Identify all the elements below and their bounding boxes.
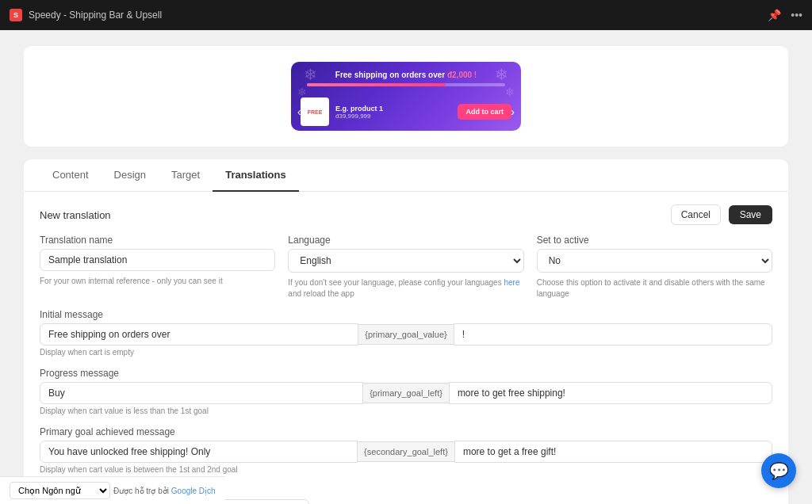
- progress-message-section: Progress message {primary_goal_left} Dis…: [40, 368, 772, 417]
- tabs: Content Design Target Translations: [24, 159, 788, 192]
- progress-message-label: Progress message: [40, 368, 772, 379]
- tab-content[interactable]: Content: [40, 159, 102, 192]
- section-header: New translation Cancel Save: [40, 204, 772, 225]
- product-info: E.g. product 1 đ39,999,999: [335, 105, 451, 120]
- google-translate-link[interactable]: Google Dịch: [171, 487, 216, 495]
- pin-icon[interactable]: 📌: [768, 9, 781, 21]
- tab-design[interactable]: Design: [102, 159, 159, 192]
- shipping-banner: ❄ ❄ ❄ ❄ Free shipping on orders over đ2,…: [291, 62, 521, 131]
- tab-target[interactable]: Target: [159, 159, 213, 192]
- banner-highlight: đ2,000 !: [447, 71, 477, 79]
- set-active-hint: Choose this option to activate it and di…: [537, 277, 772, 300]
- language-select[interactable]: English: [288, 249, 523, 273]
- more-icon[interactable]: •••: [791, 9, 802, 21]
- banner-top: Free shipping on orders over đ2,000 !: [291, 62, 521, 93]
- primary-goal-section: Primary goal achieved message {secondary…: [40, 426, 772, 475]
- set-active-group: Set to active No Choose this option to a…: [537, 235, 772, 300]
- header-actions: Cancel Save: [671, 204, 772, 225]
- progress-fill: [307, 83, 446, 86]
- form-section: New translation Cancel Save Translation …: [24, 192, 788, 504]
- language-label: Language: [288, 235, 523, 246]
- initial-message-right-input[interactable]: [454, 323, 772, 346]
- translation-name-label: Translation name: [40, 235, 275, 246]
- field-row-1: Translation name For your own internal r…: [40, 235, 772, 300]
- preview-card: ❄ ❄ ❄ ❄ Free shipping on orders over đ2,…: [24, 46, 788, 147]
- primary-goal-hint: Display when cart value is between the 1…: [40, 465, 238, 474]
- primary-goal-token: {secondary_goal_left}: [358, 441, 454, 462]
- chat-icon: 💬: [769, 461, 789, 480]
- primary-goal-label: Primary goal achieved message: [40, 426, 772, 437]
- language-group: Language English If you don't see your l…: [288, 235, 523, 300]
- banner-bottom: ‹ FREE E.g. product 1 đ39,999,999 Add to…: [291, 93, 521, 131]
- app-icon: S: [10, 9, 22, 21]
- chat-button[interactable]: 💬: [761, 453, 796, 488]
- initial-message-left-input[interactable]: [40, 323, 358, 346]
- top-bar: S Speedy - Shipping Bar & Upsell 📌 •••: [0, 0, 812, 30]
- progress-message-row: {primary_goal_left}: [40, 382, 772, 404]
- language-hint: If you don't see your language, please c…: [288, 277, 523, 300]
- add-to-cart-button[interactable]: Add to cart: [458, 104, 511, 120]
- cancel-button[interactable]: Cancel: [671, 204, 721, 225]
- main-content: ❄ ❄ ❄ ❄ Free shipping on orders over đ2,…: [0, 30, 812, 504]
- save-button[interactable]: Save: [729, 205, 772, 224]
- progress-message-left-input[interactable]: [40, 382, 363, 404]
- nav-left-icon[interactable]: ‹: [294, 102, 304, 121]
- app-title: Speedy - Shipping Bar & Upsell: [29, 10, 162, 21]
- language-hint-link[interactable]: here: [504, 278, 519, 287]
- initial-message-row: {primary_goal_value}: [40, 323, 772, 346]
- product-image: FREE: [301, 97, 329, 126]
- initial-message-label: Initial message: [40, 309, 772, 320]
- product-price: đ39,999,999: [335, 113, 451, 120]
- translation-name-input[interactable]: [40, 249, 275, 271]
- progress-message-token: {primary_goal_left}: [363, 383, 449, 403]
- progress-message-right-input[interactable]: [449, 382, 772, 404]
- set-active-select[interactable]: No: [537, 249, 772, 273]
- bottom-hint: Được hỗ trợ bởi Google Dịch: [113, 487, 216, 495]
- product-name: E.g. product 1: [335, 105, 451, 113]
- language-picker[interactable]: Chọn Ngôn ngữ: [10, 482, 110, 499]
- primary-goal-row: {secondary_goal_left}: [40, 441, 772, 463]
- translation-name-hint: For your own internal reference - only y…: [40, 276, 275, 287]
- set-active-label: Set to active: [537, 235, 772, 246]
- banner-text: Free shipping on orders over đ2,000 !: [335, 71, 477, 79]
- section-title: New translation: [40, 209, 111, 221]
- initial-message-section: Initial message {primary_goal_value} Dis…: [40, 309, 772, 358]
- translation-name-group: Translation name For your own internal r…: [40, 235, 275, 300]
- progress-message-hint: Display when cart value is less than the…: [40, 407, 209, 415]
- initial-message-token: {primary_goal_value}: [358, 324, 453, 345]
- nav-right-icon[interactable]: ›: [508, 102, 518, 121]
- form-card: Content Design Target Translations New t…: [24, 159, 788, 504]
- initial-message-hint: Display when cart is empty: [40, 348, 134, 357]
- bottom-bar: Chọn Ngôn ngữ Được hỗ trợ bởi Google Dịc…: [0, 476, 225, 504]
- tab-translations[interactable]: Translations: [213, 159, 299, 192]
- progress-bar: [307, 83, 505, 86]
- top-bar-actions: 📌 •••: [768, 9, 802, 21]
- primary-goal-left-input[interactable]: [40, 441, 358, 463]
- primary-goal-right-input[interactable]: [454, 441, 772, 463]
